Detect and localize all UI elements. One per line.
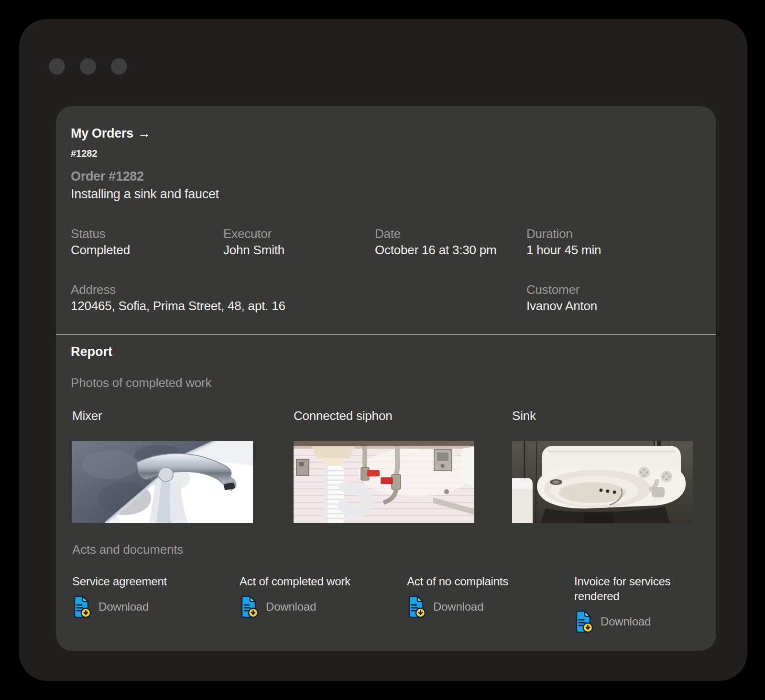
document-service-agreement: Service agreement Download <box>72 574 240 633</box>
download-act-completed-work-button[interactable]: Download <box>240 595 316 618</box>
status-label: Status <box>71 226 223 242</box>
photo-caption: Connected siphon <box>294 408 512 424</box>
photo-caption: Sink <box>512 408 693 424</box>
date-value: October 16 at 3:30 pm <box>375 242 526 258</box>
order-subtitle: Installing a sink and faucet <box>71 186 219 203</box>
status-value: Completed <box>71 242 223 258</box>
sink-photo[interactable] <box>512 441 693 523</box>
window-dot-2[interactable] <box>80 58 96 75</box>
photos-grid: Mixer <box>72 408 693 523</box>
order-heading: Order #1282 Installing a sink and faucet <box>71 168 219 203</box>
executor-value: John Smith <box>223 242 375 258</box>
window-controls <box>49 58 127 75</box>
sink-photo-art <box>512 441 693 523</box>
download-label: Download <box>601 615 651 628</box>
executor-field: Executor John Smith <box>223 226 375 258</box>
download-service-agreement-button[interactable]: Download <box>72 595 149 618</box>
window-dot-3[interactable] <box>111 58 127 75</box>
document-download-icon <box>574 610 593 633</box>
breadcrumb-current: #1282 <box>71 148 151 160</box>
order-meta-row-2: Address 120465, Sofia, Prima Street, 48,… <box>71 282 679 314</box>
app-window: My Orders→ #1282 Order #1282 Installing … <box>19 19 747 681</box>
order-panel: My Orders→ #1282 Order #1282 Installing … <box>56 106 716 651</box>
breadcrumb: My Orders→ #1282 <box>71 125 151 160</box>
photo-item-mixer: Mixer <box>72 408 294 523</box>
order-meta-row-1: Status Completed Executor John Smith Dat… <box>71 226 679 258</box>
duration-label: Duration <box>526 226 679 242</box>
screen: My Orders→ #1282 Order #1282 Installing … <box>0 0 765 700</box>
order-number: Order #1282 <box>71 168 219 185</box>
customer-field: Customer Ivanov Anton <box>526 282 679 314</box>
duration-field: Duration 1 hour 45 min <box>526 226 679 258</box>
document-title: Act of no complaints <box>407 574 524 589</box>
report-title: Report <box>71 344 112 360</box>
photo-item-siphon: Connected siphon <box>294 408 512 523</box>
window-dot-1[interactable] <box>49 58 65 75</box>
document-title: Act of completed work <box>240 574 356 589</box>
documents-heading: Acts and documents <box>72 541 183 558</box>
documents-row: Service agreement Download <box>72 574 742 633</box>
download-label: Download <box>98 600 149 614</box>
document-download-icon <box>72 595 91 618</box>
arrow-right-icon: → <box>138 126 151 140</box>
document-title: Invoice for services rendered <box>574 574 691 603</box>
breadcrumb-my-orders-link[interactable]: My Orders→ <box>71 125 151 141</box>
download-label: Download <box>433 600 483 614</box>
document-invoice: Invoice for services rendered Download <box>574 574 742 633</box>
breadcrumb-label: My Orders <box>71 126 133 140</box>
date-label: Date <box>375 226 526 242</box>
document-act-no-complaints: Act of no complaints Download <box>407 574 574 633</box>
document-download-icon <box>407 595 426 618</box>
mixer-photo[interactable] <box>72 441 253 523</box>
photo-caption: Mixer <box>72 408 294 424</box>
executor-label: Executor <box>223 226 375 242</box>
document-title: Service agreement <box>72 574 189 589</box>
siphon-photo-art <box>294 441 474 523</box>
document-act-completed-work: Act of completed work Download <box>240 574 407 633</box>
customer-label: Customer <box>526 282 679 298</box>
photos-heading: Photos of completed work <box>71 375 211 391</box>
photo-item-sink: Sink <box>512 408 693 523</box>
address-label: Address <box>71 282 526 298</box>
download-act-no-complaints-button[interactable]: Download <box>407 595 483 618</box>
duration-value: 1 hour 45 min <box>526 242 679 258</box>
mixer-photo-art <box>72 441 253 523</box>
status-field: Status Completed <box>71 226 223 258</box>
address-field: Address 120465, Sofia, Prima Street, 48,… <box>71 282 526 314</box>
section-divider <box>56 334 716 335</box>
connected-siphon-photo[interactable] <box>294 441 474 523</box>
download-invoice-button[interactable]: Download <box>574 610 651 633</box>
address-value: 120465, Sofia, Prima Street, 48, apt. 16 <box>71 298 526 314</box>
customer-value: Ivanov Anton <box>526 298 679 314</box>
date-field: Date October 16 at 3:30 pm <box>375 226 526 258</box>
document-download-icon <box>240 595 259 618</box>
download-label: Download <box>266 600 316 614</box>
